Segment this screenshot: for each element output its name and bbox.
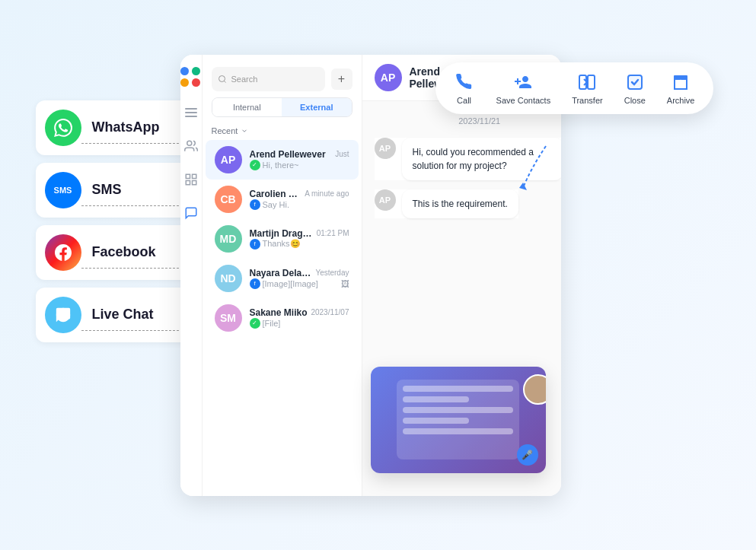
facebook-icon [45, 234, 81, 271]
facebook-label: Facebook [92, 244, 156, 260]
svg-rect-3 [186, 180, 190, 184]
avatar: SM [215, 304, 242, 332]
svg-rect-8 [588, 75, 595, 89]
chat-contact-avatar: AP [375, 64, 402, 91]
message-item: AP This is the requirement. [375, 189, 518, 218]
sms-icon: SMS [45, 172, 81, 208]
sidebar-logo [180, 67, 202, 88]
avatar: AP [215, 146, 242, 173]
channel-badge: ✓ [250, 160, 260, 170]
svg-marker-12 [519, 183, 527, 190]
tab-row: Internal External [212, 97, 352, 117]
save-contacts-label: Save Contacts [496, 96, 551, 105]
contact-item[interactable]: AP Arend Pellewever Just ✓ Hi, there~ [206, 140, 359, 180]
close-icon [624, 72, 646, 93]
chat-ui-panel: Search + Internal External Recent AP [180, 55, 561, 496]
tab-internal[interactable]: Internal [212, 98, 282, 116]
call-icon [454, 72, 475, 93]
channel-badge: f [250, 278, 260, 289]
contact-item[interactable]: ND Nayara Delafuente Yesterday f [Image]… [206, 259, 359, 298]
message-avatar: AP [375, 189, 396, 211]
transfer-label: Transfer [572, 96, 603, 105]
search-placeholder: Search [231, 75, 258, 84]
message-avatar: AP [375, 138, 396, 159]
svg-point-5 [219, 75, 225, 81]
channel-badge: f [250, 239, 260, 250]
archive-icon [670, 72, 691, 93]
contact-item[interactable]: SM Sakane Miiko 2023/11/07 ✓ [File] [206, 298, 359, 338]
contact-info: Carolien Bloeme A minute ago f Say Hi. [250, 189, 349, 210]
sidebar-menu-icon[interactable] [182, 103, 200, 122]
date-divider: 2023/11/21 [375, 116, 561, 126]
contact-info: Sakane Miiko 2023/11/07 ✓ [File] [250, 307, 349, 329]
toolbar-archive[interactable]: Archive [667, 72, 695, 105]
toolbar-transfer[interactable]: Transfer [572, 72, 603, 105]
contacts-list: AP Arend Pellewever Just ✓ Hi, there~ [203, 140, 362, 496]
add-contact-button[interactable]: + [331, 68, 352, 90]
chat-area: AP Arend Pellewever [362, 55, 561, 496]
svg-rect-7 [579, 75, 586, 89]
toolbar-call[interactable]: Call [454, 72, 475, 105]
svg-rect-4 [192, 180, 196, 184]
sidebar-chat-icon[interactable] [182, 204, 200, 222]
toolbar-close[interactable]: Close [624, 72, 646, 105]
avatar: ND [215, 265, 242, 292]
image-icon: 🖼 [341, 279, 349, 288]
channel-badge: ✓ [250, 318, 260, 329]
search-box[interactable]: Search [212, 67, 325, 91]
dashed-arrow [500, 138, 561, 199]
whatsapp-icon [45, 110, 81, 146]
save-contacts-icon [512, 72, 534, 93]
svg-rect-1 [186, 174, 190, 178]
sidebar-users-icon[interactable] [182, 137, 200, 155]
toolbar-save-contacts[interactable]: Save Contacts [496, 72, 551, 105]
preview-avatar [523, 374, 546, 405]
svg-rect-2 [192, 174, 196, 178]
screenshot-preview: 🎤 [371, 367, 546, 473]
recent-label: Recent [203, 123, 362, 140]
transfer-icon [576, 72, 598, 93]
svg-point-0 [187, 141, 191, 145]
contact-info: Arend Pellewever Just ✓ Hi, there~ [250, 149, 349, 170]
whatsapp-label: WhatsApp [92, 119, 160, 135]
avatar: MD [215, 225, 242, 253]
close-label: Close [624, 96, 646, 105]
contact-item[interactable]: MD Martijn Dragonjer 01:21 PM f Thanks😊 [206, 219, 359, 259]
contact-info: Nayara Delafuente Yesterday f [Image][Im… [250, 268, 349, 289]
livechat-label: Live Chat [92, 307, 154, 323]
channel-badge: f [250, 199, 260, 210]
mic-button[interactable]: 🎤 [517, 444, 538, 466]
archive-label: Archive [667, 96, 695, 105]
sms-label: SMS [92, 182, 122, 198]
contacts-panel: Search + Internal External Recent AP [203, 55, 362, 496]
toolbar-floating: Call Save Contacts Transfer [435, 62, 713, 114]
contact-item[interactable]: CB Carolien Bloeme A minute ago f Say Hi… [206, 180, 359, 219]
livechat-icon [45, 297, 81, 333]
tab-external[interactable]: External [282, 98, 352, 116]
avatar: CB [215, 186, 242, 213]
call-label: Call [457, 96, 471, 105]
contact-info: Martijn Dragonjer 01:21 PM f Thanks😊 [250, 228, 349, 250]
sidebar-layout-icon[interactable] [182, 170, 200, 189]
sidebar [180, 55, 203, 496]
contacts-header: Search + [203, 55, 362, 97]
